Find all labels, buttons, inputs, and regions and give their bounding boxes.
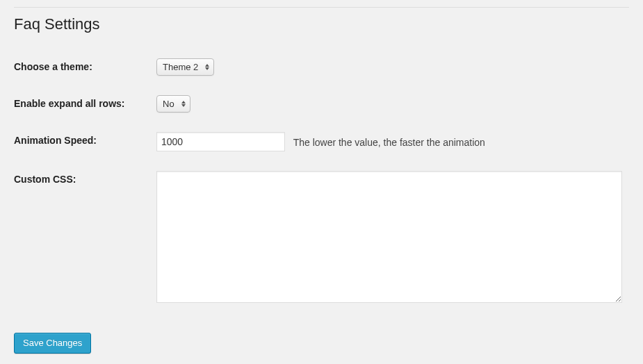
custom-css-label: Custom CSS: xyxy=(14,161,156,315)
expand-all-select[interactable]: No xyxy=(156,95,190,113)
theme-label: Choose a theme: xyxy=(14,49,156,85)
save-button[interactable]: Save Changes xyxy=(14,333,91,354)
animation-speed-description: The lower the value, the faster the anim… xyxy=(293,137,485,148)
animation-speed-input[interactable] xyxy=(156,132,285,151)
expand-all-select-value: No xyxy=(163,99,174,109)
theme-select-value: Theme 2 xyxy=(163,62,198,72)
theme-select[interactable]: Theme 2 xyxy=(156,58,214,76)
animation-speed-label: Animation Speed: xyxy=(14,122,156,161)
chevron-updown-icon xyxy=(180,99,187,108)
chevron-updown-icon xyxy=(204,62,211,72)
custom-css-textarea[interactable] xyxy=(156,171,622,303)
settings-form: Choose a theme: Theme 2 Enable expand al… xyxy=(14,49,629,315)
page-title: Faq Settings xyxy=(14,15,629,35)
expand-all-label: Enable expand all rows: xyxy=(14,85,156,122)
